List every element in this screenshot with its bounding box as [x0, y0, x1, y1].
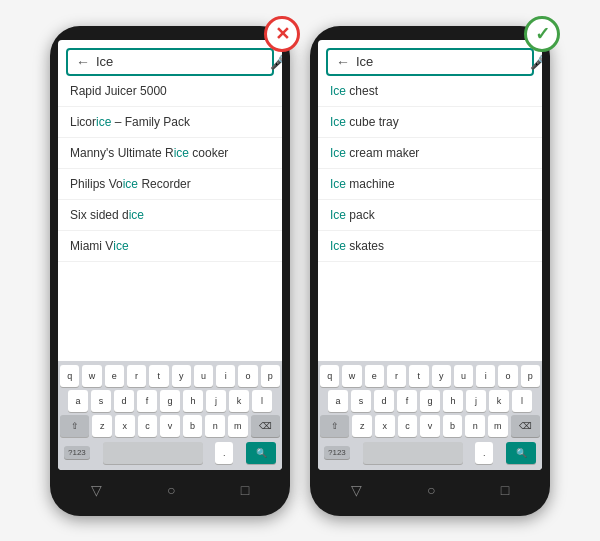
key-r[interactable]: r [387, 365, 406, 387]
key-e[interactable]: e [105, 365, 124, 387]
key-h[interactable]: h [443, 390, 463, 412]
key-y[interactable]: y [172, 365, 191, 387]
suggestion-text: Ice pack [330, 208, 375, 222]
suggestion-text: Rapid Juicer 5000 [70, 84, 167, 98]
suggestion-text: Six sided dice [70, 208, 144, 222]
key-w[interactable]: w [342, 365, 361, 387]
suggestion-item[interactable]: Ice cube tray [318, 107, 542, 138]
key-u[interactable]: u [454, 365, 473, 387]
key-q[interactable]: q [60, 365, 79, 387]
key-s[interactable]: s [351, 390, 371, 412]
key-o[interactable]: o [238, 365, 257, 387]
key-n[interactable]: n [465, 415, 485, 437]
key-z[interactable]: z [92, 415, 112, 437]
key-j[interactable]: j [466, 390, 486, 412]
key-p[interactable]: p [521, 365, 540, 387]
key-u[interactable]: u [194, 365, 213, 387]
space-key[interactable] [103, 442, 203, 464]
key-g[interactable]: g [420, 390, 440, 412]
search-key[interactable]: 🔍 [246, 442, 276, 464]
wrong-search-input[interactable] [96, 54, 264, 69]
key-s[interactable]: s [91, 390, 111, 412]
key-i[interactable]: i [476, 365, 495, 387]
key-r[interactable]: r [127, 365, 146, 387]
nav-home-icon[interactable]: ○ [167, 482, 175, 498]
keyboard-bottom-row: ?123 . 🔍 [320, 440, 540, 466]
key-p[interactable]: p [261, 365, 280, 387]
suggestion-text: Licorice – Family Pack [70, 115, 190, 129]
wrong-search-bar[interactable]: ← 🎤 [66, 48, 274, 76]
keyboard-row-1: q w e r t y u i o p [320, 365, 540, 387]
key-k[interactable]: k [229, 390, 249, 412]
num-key[interactable]: ?123 [64, 446, 90, 459]
correct-badge: ✓ [524, 16, 560, 52]
key-c[interactable]: c [138, 415, 158, 437]
mic-icon[interactable]: 🎤 [530, 54, 542, 70]
delete-key[interactable]: ⌫ [251, 415, 280, 437]
nav-recent-icon[interactable]: □ [501, 482, 509, 498]
key-q[interactable]: q [320, 365, 339, 387]
key-o[interactable]: o [498, 365, 517, 387]
shift-key[interactable]: ⇧ [60, 415, 89, 437]
space-key[interactable] [363, 442, 463, 464]
period-key[interactable]: . [475, 442, 493, 464]
period-key[interactable]: . [215, 442, 233, 464]
suggestion-item[interactable]: Miami Vice [58, 231, 282, 262]
key-x[interactable]: x [115, 415, 135, 437]
nav-recent-icon[interactable]: □ [241, 482, 249, 498]
key-a[interactable]: a [328, 390, 348, 412]
suggestion-item[interactable]: Ice skates [318, 231, 542, 262]
suggestion-item[interactable]: Six sided dice [58, 200, 282, 231]
wrong-phone: ← 🎤 Rapid Juicer 5000 Licorice – Family … [50, 26, 290, 516]
correct-search-bar[interactable]: ← 🎤 [326, 48, 534, 76]
key-m[interactable]: m [228, 415, 248, 437]
key-a[interactable]: a [68, 390, 88, 412]
mic-icon[interactable]: 🎤 [270, 54, 282, 70]
key-b[interactable]: b [443, 415, 463, 437]
key-k[interactable]: k [489, 390, 509, 412]
suggestion-item[interactable]: Manny's Ultimate Rice cooker [58, 138, 282, 169]
correct-search-input[interactable] [356, 54, 524, 69]
shift-key[interactable]: ⇧ [320, 415, 349, 437]
wrong-screen: ← 🎤 Rapid Juicer 5000 Licorice – Family … [58, 40, 282, 470]
key-v[interactable]: v [160, 415, 180, 437]
key-d[interactable]: d [374, 390, 394, 412]
key-w[interactable]: w [82, 365, 101, 387]
key-f[interactable]: f [397, 390, 417, 412]
key-n[interactable]: n [205, 415, 225, 437]
key-b[interactable]: b [183, 415, 203, 437]
key-t[interactable]: t [149, 365, 168, 387]
suggestion-item[interactable]: Rapid Juicer 5000 [58, 76, 282, 107]
key-c[interactable]: c [398, 415, 418, 437]
num-key[interactable]: ?123 [324, 446, 350, 459]
delete-key[interactable]: ⌫ [511, 415, 540, 437]
key-m[interactable]: m [488, 415, 508, 437]
suggestion-item[interactable]: Ice cream maker [318, 138, 542, 169]
key-v[interactable]: v [420, 415, 440, 437]
suggestion-item[interactable]: Philips Voice Recorder [58, 169, 282, 200]
search-key[interactable]: 🔍 [506, 442, 536, 464]
key-i[interactable]: i [216, 365, 235, 387]
nav-home-icon[interactable]: ○ [427, 482, 435, 498]
key-y[interactable]: y [432, 365, 451, 387]
key-l[interactable]: l [252, 390, 272, 412]
suggestion-item[interactable]: Licorice – Family Pack [58, 107, 282, 138]
back-arrow-icon[interactable]: ← [336, 54, 350, 70]
key-e[interactable]: e [365, 365, 384, 387]
key-d[interactable]: d [114, 390, 134, 412]
key-z[interactable]: z [352, 415, 372, 437]
key-x[interactable]: x [375, 415, 395, 437]
suggestion-item[interactable]: Ice chest [318, 76, 542, 107]
key-f[interactable]: f [137, 390, 157, 412]
key-g[interactable]: g [160, 390, 180, 412]
suggestion-item[interactable]: Ice pack [318, 200, 542, 231]
nav-back-icon[interactable]: ▽ [91, 482, 102, 498]
back-arrow-icon[interactable]: ← [76, 54, 90, 70]
suggestion-item[interactable]: Ice machine [318, 169, 542, 200]
nav-back-icon[interactable]: ▽ [351, 482, 362, 498]
key-h[interactable]: h [183, 390, 203, 412]
key-t[interactable]: t [409, 365, 428, 387]
key-j[interactable]: j [206, 390, 226, 412]
key-l[interactable]: l [512, 390, 532, 412]
wrong-phone-container: ✕ ← 🎤 Rapid Juicer 5000 Licorice – Famil… [50, 26, 290, 516]
